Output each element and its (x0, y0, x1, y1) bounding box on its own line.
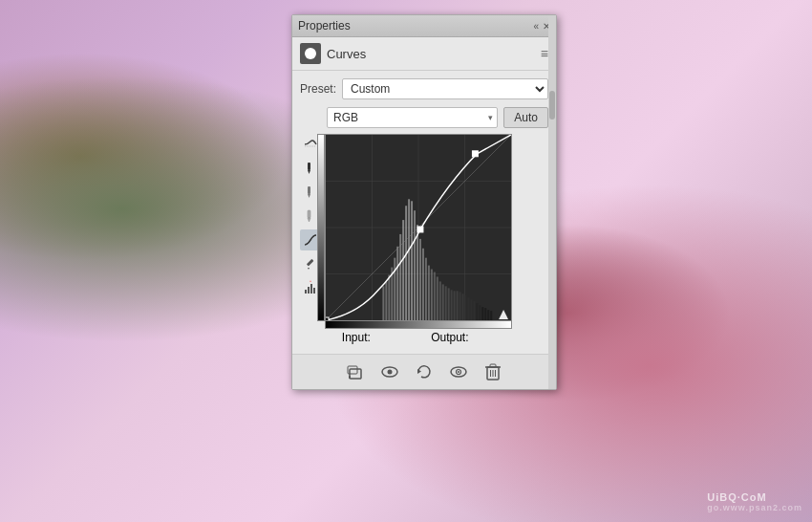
svg-rect-61 (472, 151, 478, 157)
svg-rect-20 (382, 286, 384, 320)
panel-scrollbar-thumb[interactable] (549, 91, 555, 120)
svg-rect-10 (308, 287, 310, 294)
svg-rect-51 (470, 299, 472, 320)
panel-footer (292, 354, 556, 389)
svg-rect-49 (465, 295, 467, 320)
svg-rect-45 (454, 291, 456, 320)
gradient-bar-left (317, 134, 325, 321)
svg-rect-48 (462, 294, 464, 320)
svg-rect-7 (307, 259, 314, 267)
curve-container (325, 134, 512, 329)
svg-rect-53 (476, 303, 478, 320)
panel-collapse-btn[interactable]: « (533, 21, 539, 32)
svg-rect-54 (479, 305, 481, 320)
channel-wrapper: RGB Red Green Blue ▾ (327, 107, 498, 128)
svg-rect-40 (439, 281, 441, 320)
properties-panel: Properties « ✕ Curves ≡ Preset: Custom D… (291, 14, 557, 390)
svg-rect-1 (308, 163, 310, 170)
svg-rect-60 (326, 317, 329, 320)
svg-rect-24 (394, 258, 395, 320)
panel-body: Preset: Custom Default Linear Contrast M… (292, 71, 556, 354)
panel-menu-icon[interactable]: ≡ (541, 46, 548, 61)
preset-wrapper: Custom Default Linear Contrast Medium Co… (342, 78, 548, 99)
svg-rect-58 (490, 311, 492, 320)
watermark: UiBQ·CoM go.www.psan2.com (707, 491, 802, 512)
svg-rect-35 (425, 258, 427, 320)
svg-rect-9 (305, 290, 307, 294)
svg-marker-8 (308, 268, 310, 270)
clip-mask-button[interactable] (344, 360, 367, 383)
svg-rect-3 (308, 186, 310, 194)
panel-section-header: Curves ≡ (292, 37, 556, 71)
preset-label: Preset: (300, 82, 336, 96)
section-icon-box (300, 43, 321, 64)
svg-rect-41 (442, 284, 444, 320)
input-label: Input: (342, 331, 371, 344)
svg-rect-43 (448, 288, 450, 320)
auto-button[interactable]: Auto (503, 107, 548, 128)
panel-title: Properties (298, 19, 351, 33)
panel-scrollbar[interactable] (548, 15, 556, 389)
svg-point-68 (388, 370, 393, 375)
reset-button[interactable] (413, 360, 436, 383)
preset-row: Preset: Custom Default Linear Contrast M… (300, 78, 548, 99)
svg-rect-47 (459, 292, 461, 320)
svg-rect-22 (388, 274, 390, 320)
preset-select[interactable]: Custom Default Linear Contrast Medium Co… (342, 78, 548, 99)
curve-svg (326, 135, 511, 320)
eye-toggle-button[interactable] (447, 360, 470, 383)
svg-marker-4 (308, 194, 310, 198)
svg-rect-75 (490, 364, 496, 367)
svg-marker-6 (308, 218, 310, 222)
svg-rect-29 (408, 199, 410, 320)
svg-rect-31 (414, 210, 416, 320)
section-title: Curves (327, 47, 366, 61)
svg-rect-33 (419, 239, 421, 320)
svg-rect-39 (437, 276, 438, 320)
gradient-bar-bottom (325, 321, 512, 329)
section-icon-circle (305, 48, 316, 59)
svg-point-72 (458, 371, 459, 373)
svg-rect-28 (405, 206, 407, 320)
svg-rect-62 (417, 227, 423, 232)
visibility-button[interactable] (378, 360, 401, 383)
svg-rect-27 (402, 220, 404, 320)
svg-rect-55 (481, 307, 483, 320)
svg-rect-5 (308, 210, 310, 218)
curve-section (300, 134, 548, 329)
delete-button[interactable] (481, 360, 504, 383)
svg-rect-46 (457, 291, 459, 320)
svg-rect-34 (422, 249, 424, 320)
svg-rect-50 (467, 297, 469, 320)
svg-rect-56 (484, 308, 486, 320)
output-label: Output: (431, 331, 468, 344)
svg-rect-42 (445, 286, 447, 320)
svg-rect-37 (431, 270, 433, 320)
svg-rect-25 (396, 247, 398, 320)
svg-rect-30 (411, 201, 413, 320)
channel-row: RGB Red Green Blue ▾ Auto (327, 107, 548, 128)
svg-rect-11 (310, 284, 312, 294)
io-row: Input: Output: (327, 329, 514, 346)
svg-rect-26 (399, 234, 401, 320)
svg-rect-12 (313, 288, 315, 294)
svg-rect-36 (428, 266, 430, 320)
svg-marker-2 (308, 170, 310, 174)
svg-rect-57 (487, 310, 489, 320)
svg-rect-32 (417, 225, 418, 320)
histogram-box[interactable] (325, 134, 512, 321)
svg-rect-52 (473, 301, 475, 320)
svg-rect-38 (434, 272, 436, 320)
svg-rect-21 (385, 281, 387, 320)
panel-titlebar: Properties « ✕ (292, 15, 556, 37)
svg-rect-44 (451, 290, 453, 320)
channel-select[interactable]: RGB Red Green Blue (327, 107, 498, 128)
